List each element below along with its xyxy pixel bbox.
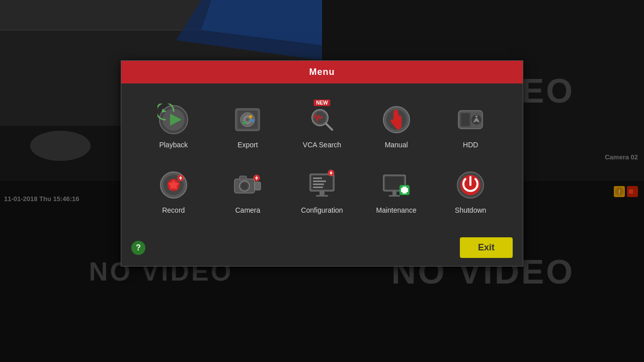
menu-dialog: Menu Playback: [121, 60, 523, 266]
menu-item-vca-search[interactable]: NEW VCA Search: [285, 94, 359, 159]
hdd-icon: [454, 104, 487, 136]
svg-rect-46: [239, 176, 247, 180]
svg-rect-63: [401, 188, 408, 192]
svg-rect-54: [313, 187, 323, 188]
camera-icon: [231, 169, 264, 201]
menu-item-manual[interactable]: Manual: [359, 94, 434, 159]
svg-rect-43: [255, 182, 261, 190]
configuration-label: Configuration: [301, 206, 343, 214]
vca-search-icon: NEW: [306, 104, 338, 136]
vca-search-label: VCA Search: [303, 141, 341, 149]
svg-point-19: [246, 118, 249, 121]
svg-rect-51: [313, 177, 322, 179]
exit-button[interactable]: Exit: [460, 237, 513, 258]
svg-rect-49: [319, 191, 325, 195]
playback-label: Playback: [159, 141, 188, 149]
menu-item-maintenance[interactable]: Maintenance: [359, 159, 434, 224]
help-button[interactable]: ?: [131, 241, 145, 255]
maintenance-label: Maintenance: [376, 206, 417, 214]
menu-footer: ? Exit: [121, 229, 523, 266]
record-icon: [157, 169, 190, 201]
svg-rect-50: [316, 195, 328, 197]
svg-rect-30: [461, 114, 469, 126]
menu-item-shutdown[interactable]: Shutdown: [433, 159, 508, 224]
shutdown-label: Shutdown: [455, 206, 486, 214]
menu-item-record[interactable]: Record: [136, 159, 211, 224]
configuration-icon: [306, 169, 338, 201]
menu-item-camera[interactable]: Camera: [211, 159, 285, 224]
manual-icon: [380, 104, 413, 136]
hdd-label: HDD: [463, 141, 478, 149]
menu-item-configuration[interactable]: Configuration: [285, 159, 359, 224]
menu-title: Menu: [121, 61, 523, 83]
svg-point-21: [251, 119, 254, 122]
maintenance-icon: [380, 169, 413, 201]
svg-point-42: [242, 183, 248, 189]
menu-item-hdd[interactable]: HDD: [433, 94, 508, 159]
svg-point-22: [243, 121, 246, 124]
new-badge: NEW: [313, 100, 330, 106]
svg-rect-59: [392, 191, 396, 195]
menu-item-playback[interactable]: Playback: [136, 94, 211, 159]
manual-label: Manual: [385, 141, 408, 149]
svg-rect-60: [389, 195, 400, 197]
record-label: Record: [162, 206, 185, 214]
svg-point-20: [249, 115, 252, 118]
shutdown-icon: [454, 169, 487, 201]
svg-rect-52: [313, 180, 326, 182]
svg-line-25: [326, 124, 332, 130]
export-icon: [231, 104, 264, 136]
svg-rect-53: [313, 184, 324, 185]
menu-grid: Playback Export: [121, 83, 523, 229]
menu-item-export[interactable]: Export: [211, 94, 285, 159]
camera-label-menu: Camera: [235, 206, 260, 214]
playback-icon: [157, 104, 190, 136]
export-label: Export: [237, 141, 258, 149]
